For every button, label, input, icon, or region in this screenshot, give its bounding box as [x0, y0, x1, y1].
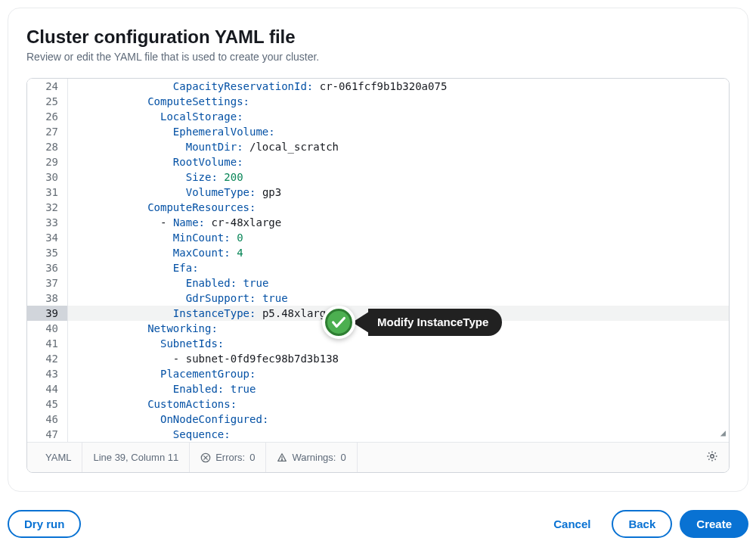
- cancel-button[interactable]: Cancel: [540, 511, 604, 536]
- line-number: 39: [27, 306, 67, 321]
- code-line[interactable]: LocalStorage:: [68, 109, 729, 124]
- page-subtitle: Review or edit the YAML file that is use…: [26, 51, 730, 63]
- check-icon: [322, 306, 355, 339]
- status-warnings-label: Warnings:: [292, 452, 336, 463]
- line-number: 29: [27, 154, 67, 169]
- code-line[interactable]: Enabled: true: [68, 381, 729, 396]
- line-number: 28: [27, 139, 67, 154]
- line-number: 45: [27, 396, 67, 412]
- code-line[interactable]: MountDir: /local_scratch: [68, 139, 729, 154]
- status-cursor: Line 39, Column 11: [82, 443, 190, 472]
- code-line[interactable]: Sequence:: [68, 427, 729, 442]
- code-line[interactable]: CustomActions:: [68, 396, 729, 412]
- status-warnings: Warnings: 0: [266, 443, 357, 472]
- code-line[interactable]: VolumeType: gp3: [68, 185, 729, 200]
- line-number: 35: [27, 245, 67, 260]
- line-number: 34: [27, 230, 67, 245]
- editor-wrapper: 2425262728293031323334353637383940414243…: [26, 78, 730, 473]
- line-number: 30: [27, 169, 67, 185]
- code-line[interactable]: OnNodeConfigured:: [68, 412, 729, 427]
- create-button[interactable]: Create: [680, 510, 748, 538]
- line-number: 41: [27, 336, 67, 351]
- line-number: 25: [27, 94, 67, 109]
- status-errors-label: Errors:: [215, 452, 245, 463]
- line-number: 26: [27, 109, 67, 124]
- status-language: YAML: [27, 443, 82, 472]
- status-errors: Errors: 0: [190, 443, 266, 472]
- status-errors-count: 0: [249, 452, 255, 463]
- line-number: 37: [27, 275, 67, 291]
- settings-button[interactable]: [696, 443, 729, 472]
- line-number: 24: [27, 79, 67, 94]
- line-number: 27: [27, 124, 67, 139]
- svg-point-5: [711, 455, 714, 458]
- code-line[interactable]: GdrSupport: true: [68, 291, 729, 306]
- line-number: 42: [27, 351, 67, 366]
- dry-run-button[interactable]: Dry run: [8, 510, 81, 538]
- line-number: 40: [27, 321, 67, 336]
- footer-actions: Dry run Cancel Back Create: [8, 492, 748, 544]
- config-card: Cluster configuration YAML file Review o…: [8, 8, 748, 492]
- line-number: 43: [27, 366, 67, 381]
- line-number: 32: [27, 200, 67, 215]
- line-number: 46: [27, 412, 67, 427]
- line-number: 33: [27, 215, 67, 230]
- code-line[interactable]: - Name: cr-48xlarge: [68, 215, 729, 230]
- line-number: 31: [27, 185, 67, 200]
- line-gutter: 2425262728293031323334353637383940414243…: [27, 79, 68, 442]
- line-number: 36: [27, 260, 67, 275]
- page-title: Cluster configuration YAML file: [26, 26, 730, 48]
- code-line[interactable]: Enabled: true: [68, 275, 729, 291]
- code-line[interactable]: - subnet-0fd9fec98b7d3b138: [68, 351, 729, 366]
- callout-label: Modify InstanceType: [368, 309, 502, 336]
- back-button[interactable]: Back: [612, 510, 672, 538]
- line-number: 47: [27, 427, 67, 442]
- status-warnings-count: 0: [340, 452, 345, 463]
- code-line[interactable]: Efa:: [68, 260, 729, 275]
- code-line[interactable]: EphemeralVolume:: [68, 124, 729, 139]
- code-area[interactable]: CapacityReservationId: cr-061fcf9b1b320a…: [68, 79, 729, 442]
- code-line[interactable]: Size: 200: [68, 169, 729, 185]
- modify-instancetype-callout: Modify InstanceType: [322, 306, 502, 339]
- gear-icon: [706, 450, 718, 465]
- code-line[interactable]: RootVolume:: [68, 154, 729, 169]
- line-number: 38: [27, 291, 67, 306]
- code-line[interactable]: ComputeSettings:: [68, 94, 729, 109]
- code-line[interactable]: ComputeResources:: [68, 200, 729, 215]
- svg-point-4: [282, 459, 283, 460]
- line-number: 44: [27, 381, 67, 396]
- code-line[interactable]: MaxCount: 4: [68, 245, 729, 260]
- warning-icon: [277, 452, 287, 463]
- code-line[interactable]: CapacityReservationId: cr-061fcf9b1b320a…: [68, 79, 729, 94]
- code-line[interactable]: PlacementGroup:: [68, 366, 729, 381]
- error-icon: [200, 452, 211, 463]
- editor-statusbar: YAML Line 39, Column 11 Errors: 0: [27, 442, 729, 472]
- code-line[interactable]: MinCount: 0: [68, 230, 729, 245]
- yaml-editor[interactable]: 2425262728293031323334353637383940414243…: [27, 79, 729, 442]
